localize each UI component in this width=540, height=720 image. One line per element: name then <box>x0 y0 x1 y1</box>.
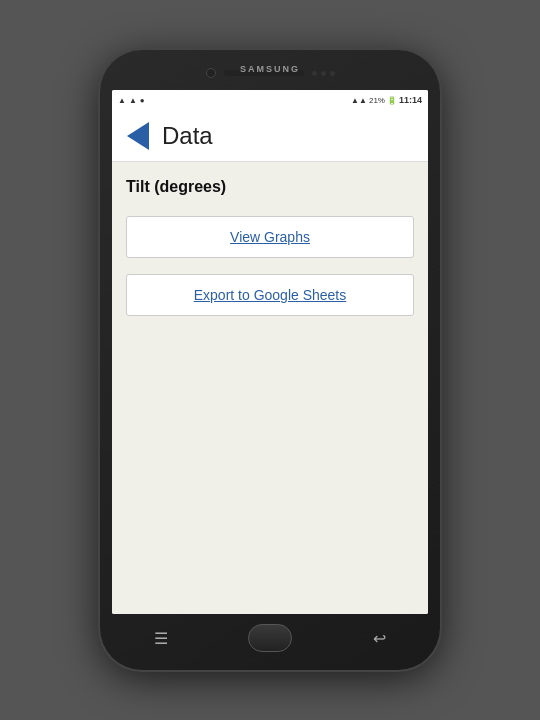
speaker-dot <box>330 71 335 76</box>
status-time: 11:14 <box>399 95 422 105</box>
phone-screen: ▲ ▲ ● ▲▲ 21% 🔋 11:14 Data Tilt (degrees)… <box>112 90 428 614</box>
wifi-icon: ▲ <box>129 96 137 105</box>
phone-bottom: ☰ ↩ <box>112 614 428 658</box>
back-nav-icon[interactable]: ↩ <box>368 627 390 649</box>
back-button[interactable] <box>124 118 152 154</box>
home-button[interactable] <box>248 624 292 652</box>
export-sheets-button[interactable]: Export to Google Sheets <box>126 274 414 316</box>
export-sheets-label: Export to Google Sheets <box>194 287 347 303</box>
page-title: Data <box>162 122 213 150</box>
speaker-dot <box>321 71 326 76</box>
notification-icon: ● <box>140 96 145 105</box>
menu-nav-icon[interactable]: ☰ <box>150 627 172 649</box>
network-icon: ▲▲ <box>351 96 367 105</box>
view-graphs-button[interactable]: View Graphs <box>126 216 414 258</box>
signal-icon: ▲ <box>118 96 126 105</box>
camera-lens <box>206 68 216 78</box>
speaker-dots <box>312 71 335 76</box>
section-title: Tilt (degrees) <box>126 178 414 196</box>
battery-level: 21% <box>369 96 385 105</box>
view-graphs-label: View Graphs <box>230 229 310 245</box>
app-header: Data <box>112 110 428 162</box>
page-content: Tilt (degrees) View Graphs Export to Goo… <box>112 162 428 614</box>
brand-label: SAMSUNG <box>240 64 300 74</box>
speaker-dot <box>312 71 317 76</box>
status-left: ▲ ▲ ● <box>118 96 145 105</box>
status-right: ▲▲ 21% 🔋 11:14 <box>351 95 422 105</box>
status-bar: ▲ ▲ ● ▲▲ 21% 🔋 11:14 <box>112 90 428 110</box>
phone-top: SAMSUNG <box>112 62 428 90</box>
back-arrow-icon <box>127 122 149 150</box>
battery-icon: 🔋 <box>387 96 397 105</box>
phone-device: SAMSUNG ▲ ▲ ● ▲▲ 21% 🔋 11:14 <box>100 50 440 670</box>
